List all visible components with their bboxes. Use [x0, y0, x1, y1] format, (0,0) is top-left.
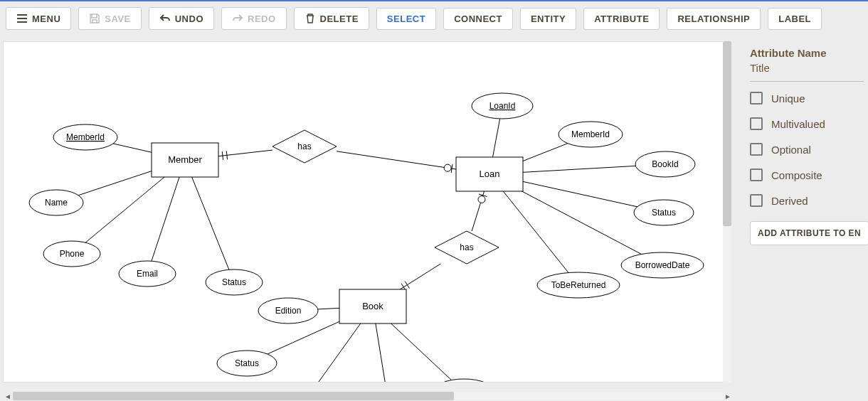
attribute-label: Phone [60, 249, 85, 259]
connect-button[interactable]: CONNECT [443, 8, 513, 30]
attribute-label: Edition [275, 306, 302, 316]
label-button[interactable]: LABEL [768, 8, 822, 30]
relationship-button[interactable]: RELATIONSHIP [667, 8, 761, 30]
checkbox-icon [750, 92, 763, 105]
svg-line-18 [226, 151, 227, 159]
trash-icon [305, 13, 316, 24]
attribute-label: LoanId [489, 101, 516, 111]
svg-line-27 [405, 282, 409, 289]
canvas-area: MemberLoanBookhashasMemberIdNamePhoneEma… [0, 36, 733, 401]
delete-button[interactable]: DELETE [294, 7, 369, 30]
checkbox-multivalued[interactable]: Multivalued [750, 117, 864, 130]
checkbox-composite[interactable]: Composite [750, 169, 864, 181]
checkbox-icon [750, 169, 763, 181]
attribute-label: Status [652, 208, 676, 218]
panel-title: Attribute Name [750, 47, 864, 59]
checkbox-icon [750, 194, 763, 207]
attribute-name-value[interactable]: Title [750, 62, 864, 74]
svg-point-23 [478, 196, 485, 203]
menu-button[interactable]: MENU [6, 7, 71, 30]
checkbox-label: Multivalued [771, 118, 825, 130]
diagram-canvas[interactable]: MemberLoanBookhashasMemberIdNamePhoneEma… [3, 41, 726, 383]
properties-panel: Attribute Name Title UniqueMultivaluedOp… [740, 36, 868, 401]
svg-line-17 [222, 151, 223, 160]
checkbox-label: Composite [771, 169, 822, 181]
checkbox-derived[interactable]: Derived [750, 194, 864, 207]
toolbar: MENU SAVE UNDO REDO DELETE SELECT CONNEC… [0, 1, 868, 36]
attribute-label: MemberId [571, 129, 610, 139]
entity-label: Loan [480, 169, 500, 179]
attribute-label: Name [45, 198, 68, 208]
entity-button[interactable]: ENTITY [520, 8, 576, 30]
entity-label: Book [362, 301, 383, 311]
redo-icon [232, 13, 243, 24]
checkbox-label: Unique [771, 92, 805, 105]
svg-line-19 [337, 151, 456, 169]
undo-icon [159, 13, 171, 24]
save-button[interactable]: SAVE [78, 7, 141, 30]
checkbox-icon [750, 143, 763, 156]
checkbox-icon [750, 117, 763, 130]
svg-point-20 [444, 164, 451, 171]
attribute-label: MemberId [66, 132, 105, 142]
horizontal-scrollbar[interactable]: ◄ ► [3, 391, 733, 401]
undo-button[interactable]: UNDO [149, 7, 214, 30]
scroll-left-icon[interactable]: ◄ [3, 391, 13, 401]
add-attribute-button[interactable]: ADD ATTRIBUTE TO EN [750, 221, 868, 245]
attribute-label: Status [222, 277, 246, 287]
select-button[interactable]: SELECT [376, 8, 436, 30]
relationship-label: has [460, 242, 473, 252]
save-icon [89, 13, 100, 24]
checkbox-label: Derived [771, 195, 808, 207]
hamburger-icon [16, 13, 28, 24]
attribute-ellipse[interactable] [433, 379, 494, 383]
attribute-label: Email [137, 269, 158, 279]
relationship-label: has [297, 141, 311, 151]
attribute-label: Status [235, 358, 259, 368]
attribute-label: BorrowedDate [635, 260, 690, 270]
scroll-right-icon[interactable]: ► [723, 391, 733, 401]
entity-label: Member [168, 154, 202, 165]
checkbox-label: Optional [771, 144, 811, 156]
attribute-button[interactable]: ATTRIBUTE [583, 8, 660, 30]
redo-button[interactable]: REDO [221, 7, 287, 30]
checkbox-unique[interactable]: Unique [750, 92, 864, 105]
checkbox-optional[interactable]: Optional [750, 143, 864, 156]
svg-line-25 [400, 264, 440, 289]
attribute-label: ToBeReturned [551, 280, 606, 290]
vertical-scrollbar[interactable] [723, 41, 731, 383]
svg-line-4 [185, 160, 234, 282]
attribute-label: BookId [652, 159, 678, 169]
